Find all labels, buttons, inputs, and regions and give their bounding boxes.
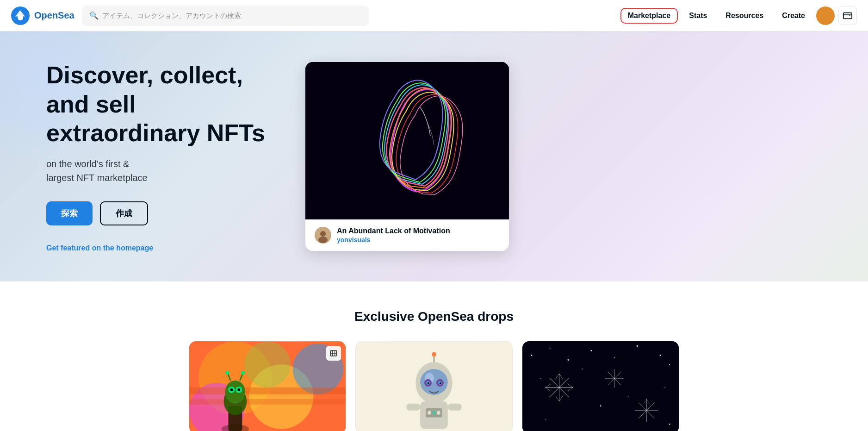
nft-creator-name[interactable]: yonvisuals (337, 236, 450, 244)
drop-artwork-1 (189, 341, 346, 431)
opensea-logo-icon (11, 6, 30, 25)
nav-marketplace[interactable]: Marketplace (620, 8, 678, 24)
svg-point-50 (550, 348, 551, 349)
svg-rect-2 (843, 12, 852, 19)
drop-corner-icon-1 (326, 346, 341, 361)
featured-link[interactable]: Get featured on the homepage (46, 244, 153, 252)
svg-point-31 (420, 369, 448, 395)
svg-point-37 (428, 382, 429, 384)
drop-image-3 (522, 341, 679, 431)
nft-details: An Abundant Lack of Motivation yonvisual… (337, 227, 450, 244)
svg-point-55 (660, 355, 661, 356)
svg-point-43 (428, 411, 431, 415)
svg-rect-3 (305, 62, 509, 219)
drop-card-3[interactable] (522, 341, 679, 431)
search-bar: 🔍 (82, 6, 369, 26)
search-input[interactable] (102, 12, 361, 19)
svg-rect-40 (406, 404, 420, 411)
svg-point-53 (614, 357, 615, 358)
svg-point-82 (628, 396, 629, 397)
svg-point-83 (664, 387, 665, 388)
svg-point-81 (600, 405, 601, 406)
drop-card-2[interactable] (355, 341, 513, 431)
hero-subtitle-line1: on the world's first & (46, 159, 129, 169)
nft-card[interactable]: An Abundant Lack of Motivation yonvisual… (305, 62, 509, 251)
drops-section: Exclusive OpenSea drops (0, 281, 868, 431)
logo-link[interactable]: OpenSea (11, 6, 74, 25)
hero-subtitle-line2: largest NFT marketplace (46, 173, 148, 183)
nav-resources[interactable]: Resources (718, 8, 771, 24)
nav-create[interactable]: Create (775, 8, 812, 24)
svg-point-26 (226, 371, 229, 375)
section-title: Exclusive OpenSea drops (37, 309, 831, 324)
wallet-icon[interactable] (838, 6, 857, 25)
svg-rect-15 (189, 399, 346, 405)
svg-point-6 (320, 231, 326, 237)
svg-point-22 (230, 388, 233, 391)
svg-point-19 (225, 381, 246, 404)
svg-point-1 (18, 15, 23, 20)
svg-rect-48 (522, 342, 679, 431)
nav-stats[interactable]: Stats (682, 8, 714, 24)
hero-subtitle: on the world's first & largest NFT marke… (46, 157, 278, 185)
logo-text: OpenSea (34, 10, 74, 21)
svg-point-47 (432, 352, 436, 356)
svg-rect-41 (448, 404, 462, 411)
hero-title: Discover, collect, and sell extraordinar… (46, 61, 278, 147)
hero-section: Discover, collect, and sell extraordinar… (0, 31, 868, 281)
header: OpenSea 🔍 Marketplace Stats Resources Cr… (0, 0, 868, 31)
nft-info: An Abundant Lack of Motivation yonvisual… (305, 219, 509, 251)
svg-point-56 (669, 364, 670, 365)
create-button[interactable]: 作成 (100, 201, 148, 225)
svg-point-80 (582, 369, 583, 369)
drops-grid (37, 341, 831, 431)
nft-title: An Abundant Lack of Motivation (337, 227, 450, 235)
svg-point-13 (244, 342, 290, 387)
svg-rect-4 (305, 196, 509, 219)
svg-point-85 (669, 424, 670, 425)
svg-point-52 (591, 350, 592, 351)
nft-creator-avatar (315, 227, 331, 244)
hero-buttons: 探索 作成 (46, 201, 278, 225)
drop-image-1 (189, 341, 346, 431)
svg-point-27 (241, 371, 245, 375)
svg-point-84 (545, 419, 546, 420)
svg-point-49 (531, 355, 532, 356)
drop-artwork-2 (356, 341, 512, 431)
hero-content-left: Discover, collect, and sell extraordinar… (46, 61, 278, 252)
drop-image-2 (356, 341, 512, 431)
svg-point-44 (432, 411, 436, 415)
svg-point-79 (540, 378, 541, 379)
nft-image-container (305, 62, 509, 219)
svg-point-7 (318, 237, 328, 243)
explore-button[interactable]: 探索 (46, 201, 93, 225)
svg-point-45 (437, 411, 440, 415)
svg-point-23 (237, 388, 240, 391)
svg-point-38 (440, 382, 441, 384)
svg-point-51 (567, 359, 569, 361)
svg-rect-14 (189, 387, 346, 394)
svg-point-54 (637, 345, 639, 347)
hero-nft-card-area: An Abundant Lack of Motivation yonvisual… (305, 62, 509, 251)
search-icon: 🔍 (89, 11, 99, 20)
user-avatar[interactable] (816, 6, 835, 25)
drop-card-1[interactable] (189, 341, 346, 431)
drop-artwork-3 (522, 341, 679, 431)
nft-artwork-svg (305, 62, 509, 219)
nav-links: Marketplace Stats Resources Create (620, 6, 857, 25)
nft-image (305, 62, 509, 219)
